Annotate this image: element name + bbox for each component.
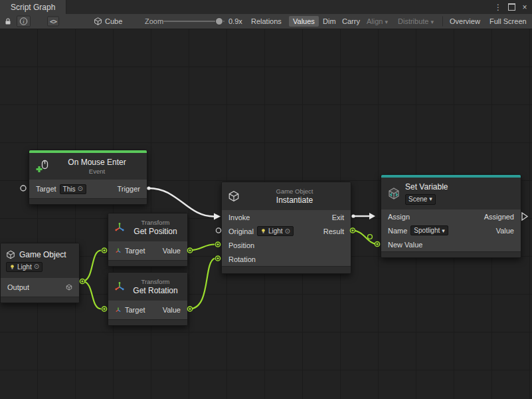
exit-port-label: Exit <box>332 213 344 221</box>
gameobject-type-icon <box>66 284 72 291</box>
caret-down-icon: ▾ <box>429 196 432 203</box>
svg-text:i: i <box>23 19 25 25</box>
node-subtitle: Event <box>53 168 141 175</box>
mouse-event-icon <box>35 160 48 173</box>
tab-script-graph[interactable]: Script Graph <box>0 0 66 14</box>
object-field[interactable]: Light ⊙ <box>6 262 43 272</box>
lock-icon[interactable] <box>4 17 12 25</box>
titlebar-spacer <box>66 0 492 14</box>
object-picker-icon[interactable]: ⊙ <box>285 228 290 235</box>
node-title: Set Variable <box>405 182 515 192</box>
cube-icon <box>6 250 15 259</box>
value-port-label: Value <box>496 227 514 235</box>
node-title: On Mouse Enter <box>53 158 141 167</box>
variable-name-dropdown[interactable]: Spotlight ▾ <box>410 225 448 235</box>
trigger-port-label: Trigger <box>118 185 140 193</box>
transform-type-icon <box>115 307 122 313</box>
output-port-label: Output <box>7 283 29 291</box>
caret-down-icon: ▾ <box>385 19 389 25</box>
relations-button[interactable]: Relations <box>247 16 286 27</box>
result-port-label: Result <box>323 227 344 235</box>
node-on-mouse-enter[interactable]: On Mouse Enter Event Target This ⊙ Trigg… <box>29 150 147 205</box>
menu-icon[interactable]: ⋮ <box>492 0 504 14</box>
overview-button[interactable]: Overview <box>446 16 484 27</box>
distribute-label: Distribute <box>398 17 428 25</box>
node-title: Instantiate <box>244 196 345 205</box>
node-footer <box>108 260 187 266</box>
transform-icon <box>114 281 125 292</box>
target-port-label: Target <box>36 185 56 193</box>
rotation-port-label: Rotation <box>228 255 256 263</box>
maximize-glyph <box>508 3 515 11</box>
light-icon <box>9 264 15 270</box>
graph-toolbar: i <> Cube Zoom 0.9x Relations Values Dim… <box>0 14 532 29</box>
target-cube-icon <box>94 17 102 26</box>
target-port-label: Target <box>125 306 145 314</box>
graph-target-label: Cube <box>105 17 122 25</box>
object-field-value: Light <box>17 263 32 271</box>
node-title: Get Position <box>130 227 181 236</box>
align-label: Align <box>367 17 383 25</box>
toolbar-separator <box>442 17 443 27</box>
title-bar: Script Graph ⋮ × <box>0 0 532 15</box>
carry-button[interactable]: Carry <box>338 16 364 27</box>
node-get-rotation[interactable]: Transform Get Rotation Target Value <box>108 272 188 326</box>
node-get-position[interactable]: Transform Get Position Target Value <box>108 213 188 267</box>
close-icon[interactable]: × <box>519 0 531 14</box>
zoom-slider-handle[interactable] <box>215 17 223 25</box>
zoom-value: 0.9x <box>228 17 242 25</box>
node-title: Game Object <box>19 250 66 259</box>
info-icon[interactable]: i <box>17 16 31 27</box>
transform-type-icon <box>115 247 122 254</box>
object-picker-icon[interactable]: ⊙ <box>34 263 39 270</box>
cube-icon <box>228 190 240 202</box>
node-instantiate[interactable]: Game Object Instantiate Invoke Exit Orig… <box>221 182 351 274</box>
node-footer <box>222 266 351 273</box>
original-object-value: Light <box>268 227 283 235</box>
light-icon <box>260 228 266 234</box>
maximize-icon[interactable] <box>505 0 517 14</box>
node-footer <box>1 297 79 303</box>
node-title: Get Rotation <box>130 286 181 295</box>
assigned-port-label: Assigned <box>484 213 514 221</box>
variable-scope-value: Scene <box>408 196 427 203</box>
node-category: Transform <box>130 219 181 226</box>
variable-scope-dropdown[interactable]: Scene ▾ <box>405 194 436 205</box>
dim-button[interactable]: Dim <box>319 16 340 27</box>
variable-name-value: Spotlight <box>414 227 440 234</box>
node-category: Transform <box>130 278 181 285</box>
invoke-port-label: Invoke <box>228 213 250 221</box>
fullscreen-button[interactable]: Full Screen <box>486 16 531 27</box>
caret-down-icon: ▾ <box>442 227 445 234</box>
tab-label: Script Graph <box>11 3 55 12</box>
original-port-label: Original <box>228 227 254 235</box>
new-value-port-label: New Value <box>388 241 422 249</box>
code-icon[interactable]: <> <box>47 17 59 27</box>
value-port-label: Value <box>163 247 181 255</box>
node-category: Game Object <box>244 188 345 195</box>
value-port-label: Value <box>163 306 181 314</box>
name-port-label: Name <box>388 227 407 235</box>
transform-icon <box>114 222 125 233</box>
position-port-label: Position <box>228 241 254 249</box>
caret-down-icon: ▾ <box>431 19 434 25</box>
object-picker-icon[interactable]: ⊙ <box>77 186 82 192</box>
node-set-variable[interactable]: Set Variable Scene ▾ Assign Assigned Nam… <box>381 174 521 258</box>
align-button[interactable]: Align ▾ <box>363 16 392 27</box>
node-footer <box>108 319 187 325</box>
node-game-object-literal[interactable]: Game Object Light ⊙ Output <box>0 243 80 303</box>
node-footer <box>381 251 521 257</box>
target-object-value: This <box>63 186 76 193</box>
target-object-field[interactable]: This ⊙ <box>60 184 86 194</box>
assign-port-label: Assign <box>388 213 410 221</box>
node-footer <box>29 198 147 204</box>
target-port-label: Target <box>125 247 145 255</box>
original-object-field[interactable]: Light ⊙ <box>257 226 294 236</box>
values-button[interactable]: Values <box>289 16 319 27</box>
variable-icon <box>387 187 400 200</box>
zoom-label: Zoom <box>145 17 163 25</box>
distribute-button[interactable]: Distribute ▾ <box>394 16 438 27</box>
